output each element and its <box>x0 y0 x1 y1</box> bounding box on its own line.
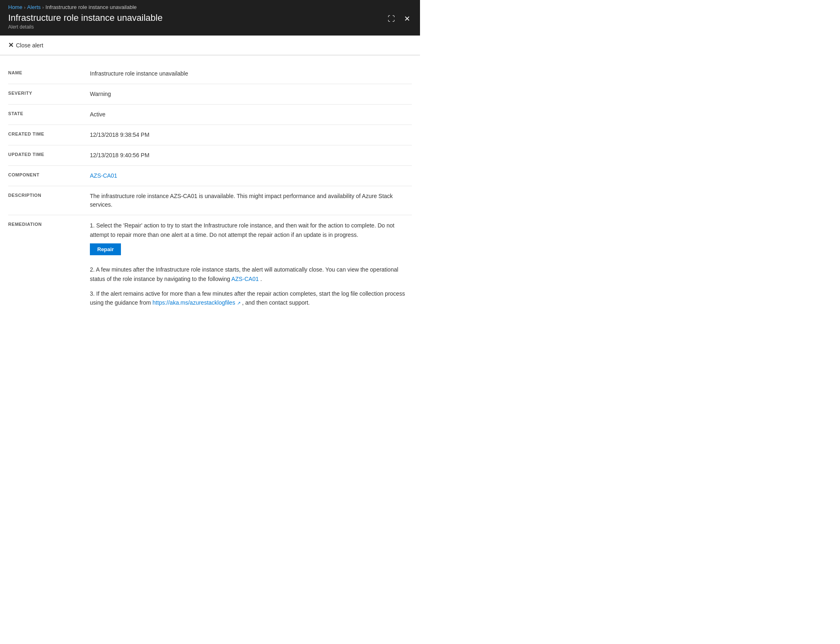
component-label: COMPONENT <box>8 172 90 177</box>
remediation-value: 1. Select the 'Repair' action to try to … <box>90 221 412 313</box>
remediation-step-3: 3. If the alert remains active for more … <box>90 289 412 308</box>
description-label: DESCRIPTION <box>8 192 90 198</box>
header-title-row: Infrastructure role instance unavailable… <box>8 13 412 30</box>
severity-label: SEVERITY <box>8 90 90 96</box>
remediation-step3-link[interactable]: https://aka.ms/azurestacklogfiles <box>152 299 235 306</box>
severity-row: SEVERITY Warning <box>8 84 412 104</box>
close-alert-label: Close alert <box>16 42 43 49</box>
name-label: NAME <box>8 69 90 75</box>
page-title: Infrastructure role instance unavailable <box>8 13 163 23</box>
header-actions: ⛶ ✕ <box>386 14 412 23</box>
close-icon: ✕ <box>404 15 410 23</box>
updated-time-value: 12/13/2018 9:40:56 PM <box>90 151 412 160</box>
severity-value: Warning <box>90 90 412 98</box>
page-subtitle: Alert details <box>8 24 163 30</box>
breadcrumb-home[interactable]: Home <box>8 4 22 10</box>
remediation-step2-after: . <box>260 276 262 282</box>
updated-time-label: UPDATED TIME <box>8 151 90 157</box>
breadcrumb-alerts[interactable]: Alerts <box>27 4 40 10</box>
close-panel-button[interactable]: ✕ <box>402 14 412 23</box>
created-time-value: 12/13/2018 9:38:54 PM <box>90 131 412 139</box>
description-value: The infrastructure role instance AZS-CA0… <box>90 192 412 209</box>
created-time-label: CREATED TIME <box>8 131 90 136</box>
remediation-step-1: 1. Select the 'Repair' action to try to … <box>90 221 412 259</box>
state-row: STATE Active <box>8 105 412 125</box>
maximize-icon: ⛶ <box>388 15 395 23</box>
remediation-row: REMEDIATION 1. Select the 'Repair' actio… <box>8 215 412 319</box>
state-value: Active <box>90 110 412 119</box>
breadcrumb-current: Infrastructure role instance unavailable <box>45 4 136 10</box>
name-row: NAME Infrastructure role instance unavai… <box>8 64 412 84</box>
component-row: COMPONENT AZS-CA01 <box>8 166 412 186</box>
repair-button[interactable]: Repair <box>90 243 121 255</box>
name-value: Infrastructure role instance unavailable <box>90 69 412 78</box>
remediation-step1-text: 1. Select the 'Repair' action to try to … <box>90 222 394 238</box>
state-label: STATE <box>8 110 90 116</box>
close-alert-button[interactable]: ✕ Close alert <box>8 40 43 51</box>
description-row: DESCRIPTION The infrastructure role inst… <box>8 186 412 215</box>
updated-time-row: UPDATED TIME 12/13/2018 9:40:56 PM <box>8 145 412 165</box>
remediation-step2-link[interactable]: AZS-CA01 <box>231 276 259 282</box>
breadcrumb: Home › Alerts › Infrastructure role inst… <box>8 4 412 10</box>
remediation-step3-after: , and then contact support. <box>242 299 310 306</box>
component-link[interactable]: AZS-CA01 <box>90 172 117 179</box>
maximize-button[interactable]: ⛶ <box>386 14 397 23</box>
remediation-label: REMEDIATION <box>8 221 90 227</box>
header: Home › Alerts › Infrastructure role inst… <box>0 0 420 36</box>
component-value: AZS-CA01 <box>90 172 412 180</box>
external-link-icon: ↗ <box>237 301 241 305</box>
content: NAME Infrastructure role instance unavai… <box>0 56 420 331</box>
breadcrumb-sep-1: › <box>24 5 26 10</box>
created-time-row: CREATED TIME 12/13/2018 9:38:54 PM <box>8 125 412 145</box>
toolbar: ✕ Close alert <box>0 36 420 55</box>
remediation-step-2: 2. A few minutes after the Infrastructur… <box>90 265 412 283</box>
header-title-group: Infrastructure role instance unavailable… <box>8 13 163 30</box>
breadcrumb-sep-2: › <box>42 5 44 10</box>
x-icon: ✕ <box>8 41 13 49</box>
